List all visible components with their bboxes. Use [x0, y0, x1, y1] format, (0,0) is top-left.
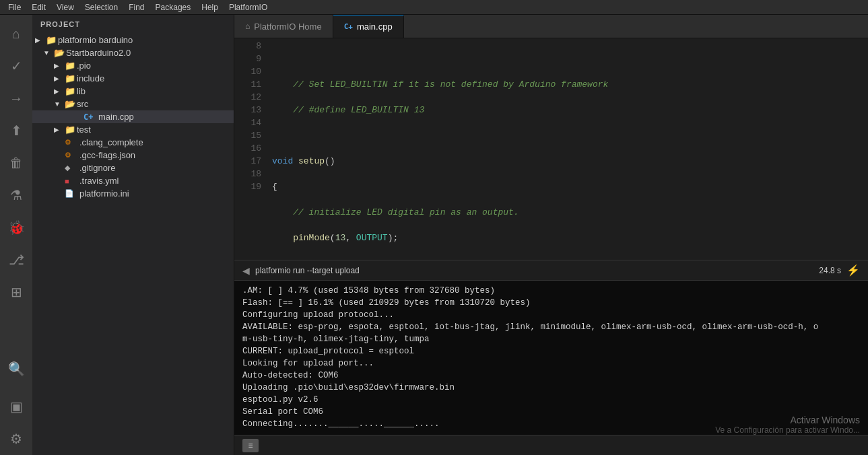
- main-cpp-icon: C+: [344, 22, 353, 31]
- code-line-8: [272, 53, 868, 65]
- activity-beaker-icon[interactable]: ⚗: [0, 179, 32, 211]
- tree-item-lib[interactable]: ▶ 📁 lib: [32, 85, 234, 98]
- terminal: ◀ platformio run --target upload 24.8 s …: [234, 260, 868, 455]
- activity-trash-icon[interactable]: 🗑: [0, 147, 32, 179]
- terminal-line-12: Connecting.......______.....______.....: [242, 418, 860, 430]
- menu-help[interactable]: Help: [196, 0, 224, 15]
- menu-selection[interactable]: Selection: [79, 0, 123, 15]
- tree-item-test[interactable]: ▶ 📁 test: [32, 123, 234, 136]
- tree-item-startbarduino[interactable]: ▼ 📂 Startbarduino2.0: [32, 46, 234, 59]
- menu-platformio[interactable]: PlatformIO: [224, 0, 273, 15]
- code-line-11: [272, 129, 868, 142]
- activity-settings-icon[interactable]: ⚙: [0, 423, 32, 455]
- terminal-title: platformio run --target upload: [255, 266, 813, 275]
- menu-view[interactable]: View: [51, 0, 79, 15]
- tree-item-pio[interactable]: ▶ 📁 .pio: [32, 59, 234, 72]
- terminal-footer: ≡: [234, 435, 868, 455]
- code-line-14: // initialize LED digital pin as an outp…: [272, 206, 868, 219]
- activity-package-icon[interactable]: ⊞: [0, 276, 32, 308]
- terminal-line-2: Flash: [== ] 16.1% (used 210929 bytes fr…: [242, 297, 860, 309]
- terminal-header: ◀ platformio run --target upload 24.8 s …: [234, 260, 868, 281]
- activity-bar: ⌂ ✓ → ⬆ 🗑 ⚗ 🐞 ⎇ ⊞ 🔍 ▣ ⚙: [0, 15, 32, 455]
- terminal-line-5: m-usb-tiny-h, olimex-jtag-tiny, tumpa: [242, 333, 860, 345]
- terminal-line-1: .AM: [ ] 4.7% (used 15348 bytes from 327…: [242, 285, 860, 297]
- tab-platformio-home[interactable]: ⌂ PlatformIO Home: [234, 15, 333, 38]
- code-line-15: pinMode(13, OUTPUT);: [272, 232, 868, 244]
- terminal-menu-icon[interactable]: ≡: [242, 439, 259, 452]
- menu-edit[interactable]: Edit: [26, 0, 51, 15]
- tree-item-travis-yml[interactable]: ■ .travis.yml: [32, 174, 234, 187]
- terminal-time: 24.8 s: [819, 266, 841, 275]
- menubar: File Edit View Selection Find Packages H…: [0, 0, 868, 15]
- code-line-9: // Set LED_BUILTIN if it is not defined …: [272, 78, 868, 91]
- activity-check-icon[interactable]: ✓: [0, 50, 32, 82]
- tabs: ⌂ PlatformIO Home C+ main.cpp: [234, 15, 868, 38]
- code-content[interactable]: // Set LED_BUILTIN if it is not defined …: [267, 38, 868, 260]
- line-numbers: 8 9 10 11 12 13 14 15 16 17 18 19: [234, 38, 267, 260]
- terminal-line-11: Serial port COM6: [242, 406, 860, 418]
- terminal-line-3: Configuring upload protocol...: [242, 309, 860, 321]
- activity-branch-icon[interactable]: ⎇: [0, 244, 32, 276]
- activity-upload-icon[interactable]: ⬆: [0, 114, 32, 147]
- terminal-line-6: CURRENT: upload_protocol = esptool: [242, 345, 860, 357]
- sidebar: Project ▶ 📁 platformio barduino ▼ 📂 Star…: [32, 15, 234, 455]
- menu-file[interactable]: File: [3, 0, 26, 15]
- activity-home-icon[interactable]: ⌂: [0, 18, 32, 50]
- menu-find[interactable]: Find: [123, 0, 149, 15]
- tree-item-src[interactable]: ▼ 📂 src: [32, 98, 234, 110]
- code-line-12: void setup(): [272, 155, 868, 168]
- code-line-13: {: [272, 180, 868, 193]
- editor-area: ⌂ PlatformIO Home C+ main.cpp 8 9 10 11 …: [234, 15, 868, 455]
- terminal-collapse-arrow[interactable]: ◀: [242, 265, 250, 276]
- terminal-line-7: Looking for upload port...: [242, 357, 860, 370]
- tree-item-gitignore[interactable]: ◆ .gitignore: [32, 162, 234, 174]
- tree-item-main-cpp[interactable]: C+ main.cpp: [32, 110, 234, 123]
- terminal-content[interactable]: .AM: [ ] 4.7% (used 15348 bytes from 327…: [234, 281, 868, 435]
- tab-main-cpp[interactable]: C+ main.cpp: [333, 15, 404, 38]
- terminal-line-8: Auto-detected: COM6: [242, 370, 860, 382]
- terminal-line-9: Uploading .pio\build\esp32dev\firmware.b…: [242, 382, 860, 394]
- platformio-home-icon: ⌂: [245, 22, 250, 31]
- menu-packages[interactable]: Packages: [150, 0, 197, 15]
- terminal-line-4: AVAILABLE: esp-prog, espota, esptool, io…: [242, 321, 860, 333]
- activity-bug-icon[interactable]: 🐞: [0, 211, 32, 244]
- activity-search-icon[interactable]: 🔍: [0, 353, 32, 385]
- activity-terminal-icon[interactable]: ▣: [0, 390, 32, 423]
- activity-arrow-icon[interactable]: →: [0, 82, 32, 114]
- code-editor[interactable]: 8 9 10 11 12 13 14 15 16 17 18 19 // Set…: [234, 38, 868, 260]
- sidebar-header: Project: [32, 15, 234, 34]
- tree-item-gcc-flags[interactable]: ⚙ .gcc-flags.json: [32, 149, 234, 162]
- code-line-10: // #define LED_BUILTIN 13: [272, 104, 868, 116]
- tree-item-platformio-barduino[interactable]: ▶ 📁 platformio barduino: [32, 34, 234, 46]
- tree-item-include[interactable]: ▶ 📁 include: [32, 72, 234, 85]
- terminal-lightning-icon[interactable]: ⚡: [846, 264, 860, 277]
- tree-item-platformio-ini[interactable]: 📄 platformio.ini: [32, 187, 234, 200]
- tree-item-clang-complete[interactable]: ⚙ .clang_complete: [32, 136, 234, 149]
- terminal-line-10: esptool.py v2.6: [242, 394, 860, 406]
